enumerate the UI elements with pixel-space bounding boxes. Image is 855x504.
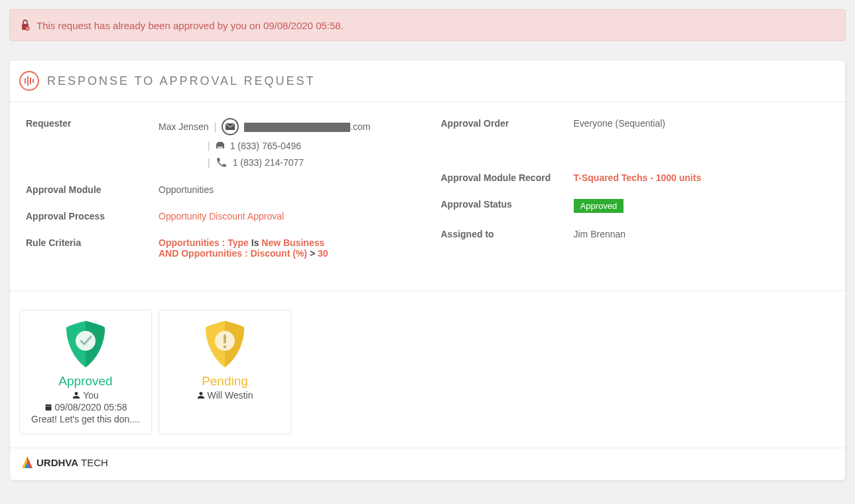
card-person: You — [83, 390, 99, 401]
status-badge: Approved — [574, 199, 624, 213]
requester-phone: 1 (833) 214-7077 — [233, 157, 304, 168]
svg-rect-4 — [218, 142, 223, 144]
email-icon[interactable] — [222, 118, 239, 135]
phone-icon — [216, 157, 228, 168]
assigned-to-label: Assigned to — [441, 229, 574, 239]
requester-email: .com — [244, 121, 370, 132]
separator: | — [214, 121, 216, 132]
requester-fax: 1 (833) 765-0496 — [230, 141, 301, 151]
alert-banner: This request has already been approved b… — [9, 9, 846, 41]
approver-card: Approved You 09/08/2020 05:58 Great! Let… — [19, 310, 152, 434]
calendar-icon — [44, 403, 52, 411]
shield-warn-icon — [202, 320, 248, 370]
lock-error-icon — [21, 19, 30, 31]
svg-point-13 — [224, 346, 227, 349]
rule-criteria-label: Rule Criteria — [26, 237, 159, 259]
person-icon — [197, 391, 205, 399]
separator: | — [208, 157, 210, 168]
requester-value: Max Jensen | .com — [159, 118, 415, 168]
approver-card: Pending Will Westin — [159, 310, 291, 434]
svg-point-6 — [76, 331, 96, 351]
brand-icon — [19, 71, 39, 91]
fax-icon — [216, 142, 225, 150]
svg-rect-7 — [45, 405, 51, 410]
approval-module-record-link[interactable]: T-Squared Techs - 1000 units — [574, 172, 702, 183]
approval-process-label: Approval Process — [26, 211, 159, 221]
card-status: Pending — [166, 374, 284, 389]
main-panel: RESPONSE TO APPROVAL REQUEST Requester M… — [9, 60, 846, 481]
page-title: RESPONSE TO APPROVAL REQUEST — [47, 74, 315, 88]
rule-criteria-value: Opportunities : Type Is New Business AND… — [159, 237, 415, 259]
requester-name: Max Jensen — [159, 121, 208, 132]
card-datetime: 09/08/2020 05:58 — [55, 402, 127, 412]
shield-check-icon — [62, 320, 109, 370]
urdhva-tech-logo: URDHVA TECH — [22, 456, 108, 468]
assigned-to-value: Jim Brennan — [574, 229, 830, 239]
approval-module-label: Approval Module — [26, 184, 159, 195]
approval-module-value: Opportunities — [159, 184, 415, 195]
approver-cards: Approved You 09/08/2020 05:58 Great! Let… — [10, 290, 845, 448]
card-person: Will Westin — [208, 390, 253, 401]
approval-module-record-label: Approval Module Record — [441, 172, 574, 183]
svg-rect-5 — [218, 147, 223, 149]
svg-rect-8 — [45, 406, 51, 407]
requester-label: Requester — [26, 118, 159, 168]
card-comment: Great! Let's get this don.... — [27, 414, 145, 424]
alert-text: This request has already been approved b… — [36, 20, 344, 31]
svg-rect-9 — [46, 404, 47, 405]
approval-order-value: Everyone (Sequential) — [574, 118, 830, 129]
person-icon — [72, 391, 80, 399]
svg-rect-12 — [224, 334, 226, 344]
svg-rect-10 — [49, 404, 50, 405]
approval-order-label: Approval Order — [441, 118, 574, 129]
approval-status-label: Approval Status — [441, 199, 574, 213]
panel-header: RESPONSE TO APPROVAL REQUEST — [10, 60, 845, 102]
panel-footer: URDHVA TECH — [10, 448, 845, 480]
card-status: Approved — [27, 374, 145, 389]
separator: | — [208, 141, 210, 151]
approval-process-link[interactable]: Opportunity Discount Approval — [159, 211, 284, 221]
